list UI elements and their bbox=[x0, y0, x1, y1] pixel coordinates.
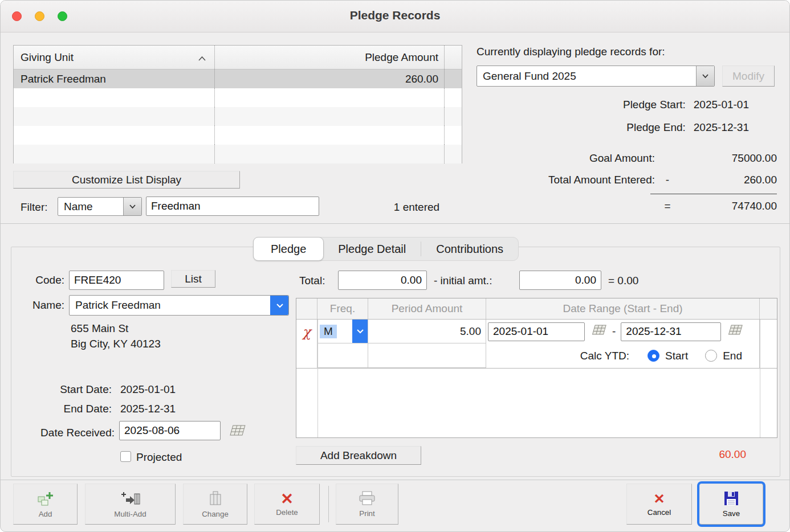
section-divider bbox=[1, 223, 789, 224]
calendar-icon[interactable] bbox=[227, 423, 247, 441]
entered-count: 1 entered bbox=[374, 201, 459, 214]
fund-select[interactable]: General Fund 2025 bbox=[477, 66, 715, 87]
tab-contributions[interactable]: Contributions bbox=[421, 238, 518, 260]
giving-row-empty bbox=[14, 126, 462, 145]
fund-heading: Currently displaying pledge records for: bbox=[477, 46, 665, 58]
calendar-icon[interactable] bbox=[590, 324, 607, 340]
filter-label: Filter: bbox=[21, 199, 48, 216]
calc-ytd-label: Calc YTD: bbox=[580, 350, 629, 362]
initial-amount-label: - initial amt.: bbox=[434, 272, 492, 289]
chevron-down-icon bbox=[270, 296, 288, 315]
pledge-start-label: Pledge Start: bbox=[623, 99, 686, 111]
period-amount-value[interactable]: 5.00 bbox=[368, 320, 486, 343]
multi-add-button[interactable]: Multi-Add bbox=[85, 484, 176, 525]
delete-button[interactable]: ✕ Delete bbox=[254, 484, 320, 525]
name-select-value: Patrick Freedman bbox=[70, 296, 270, 315]
giving-row-amount: 260.00 bbox=[214, 69, 444, 88]
name-label: Name: bbox=[18, 297, 64, 314]
delete-label: Delete bbox=[276, 508, 298, 517]
chevron-down-icon bbox=[123, 198, 141, 215]
breakdown-sum: 60.00 bbox=[666, 448, 746, 461]
titlebar: Pledge Records bbox=[1, 1, 789, 32]
tab-pledge[interactable]: Pledge bbox=[253, 237, 324, 261]
end-date-row: End Date: 2025-12-31 bbox=[18, 403, 223, 415]
total-entered-row: Total Amount Entered: - 260.00 bbox=[477, 174, 777, 186]
end-date-label: End Date: bbox=[18, 403, 112, 415]
modify-button[interactable]: Modify bbox=[722, 66, 775, 87]
cancel-x-icon: ✕ bbox=[653, 492, 665, 506]
freq-combo[interactable]: M bbox=[317, 320, 368, 343]
goal-amount-label: Goal Amount: bbox=[477, 152, 655, 165]
remaining-value: 74740.00 bbox=[680, 200, 777, 212]
save-button[interactable]: Save bbox=[699, 484, 763, 525]
equals-sign: = bbox=[655, 200, 680, 212]
giving-table-header: Giving Unit Pledge Amount bbox=[14, 46, 462, 69]
add-breakdown-button[interactable]: Add Breakdown bbox=[296, 446, 421, 465]
address-line1: 655 Main St bbox=[71, 321, 161, 336]
date-received-input[interactable] bbox=[119, 421, 221, 440]
add-button[interactable]: Add bbox=[13, 484, 78, 525]
calc-ytd-start-radio[interactable] bbox=[648, 350, 659, 362]
goal-amount-row: Goal Amount: 75000.00 bbox=[477, 152, 777, 165]
calendar-icon[interactable] bbox=[726, 324, 743, 340]
customize-list-display-button[interactable]: Customize List Display bbox=[13, 171, 240, 189]
calc-ytd-row: Calc YTD: Start End bbox=[486, 343, 760, 368]
sort-ascending-icon[interactable] bbox=[198, 51, 206, 64]
projected-checkbox[interactable] bbox=[120, 451, 131, 462]
giving-row-empty bbox=[14, 145, 462, 163]
range-end-input[interactable] bbox=[621, 322, 721, 341]
column-period-amount: Period Amount bbox=[368, 298, 486, 319]
change-button[interactable]: Change bbox=[183, 484, 247, 525]
row-delete-chi-icon[interactable]: χ bbox=[296, 320, 317, 368]
breakdown-table: Freq. Period Amount Date Range (Start - … bbox=[296, 298, 777, 438]
calc-ytd-end-radio[interactable] bbox=[705, 350, 717, 362]
end-date-value: 2025-12-31 bbox=[120, 403, 176, 415]
grid-line bbox=[317, 320, 318, 437]
window-title: Pledge Records bbox=[1, 9, 789, 22]
total-label: Total: bbox=[299, 272, 325, 289]
code-label: Code: bbox=[18, 272, 64, 289]
freq-value: M bbox=[320, 325, 337, 338]
change-icon bbox=[207, 490, 223, 508]
code-input[interactable] bbox=[69, 271, 164, 290]
giving-row-empty bbox=[14, 107, 462, 126]
filter-by-value: Name bbox=[58, 198, 123, 215]
cancel-button[interactable]: ✕ Cancel bbox=[626, 484, 692, 525]
grid-line bbox=[760, 320, 760, 437]
pledge-start-row: Pledge Start: 2025-01-01 bbox=[477, 99, 749, 111]
start-date-label: Start Date: bbox=[18, 383, 112, 396]
column-pledge-amount[interactable]: Pledge Amount bbox=[214, 46, 444, 69]
breakdown-header: Freq. Period Amount Date Range (Start - … bbox=[296, 298, 777, 320]
chevron-down-icon[interactable] bbox=[352, 320, 368, 343]
print-button[interactable]: Print bbox=[336, 484, 398, 525]
cancel-label: Cancel bbox=[648, 508, 671, 517]
range-dash: - bbox=[612, 325, 616, 338]
initial-amount-input[interactable] bbox=[519, 271, 601, 290]
floppy-disk-icon bbox=[724, 491, 739, 508]
date-received-label: Date Received: bbox=[12, 424, 115, 441]
start-date-value: 2025-01-01 bbox=[120, 383, 176, 396]
filter-text-input[interactable] bbox=[146, 197, 319, 216]
name-select[interactable]: Patrick Freedman bbox=[69, 295, 289, 316]
column-giving-unit[interactable]: Giving Unit bbox=[21, 51, 74, 64]
toolbar-divider bbox=[1, 480, 789, 480]
list-button[interactable]: List bbox=[171, 270, 215, 288]
giving-row-name: Patrick Freedman bbox=[14, 69, 214, 88]
scrollbar-gutter bbox=[444, 46, 462, 69]
tab-bar: Pledge Pledge Detail Contributions bbox=[253, 237, 519, 261]
subtotal-rule bbox=[650, 194, 777, 194]
calc-ytd-start-label[interactable]: Start bbox=[665, 350, 688, 362]
delete-x-icon: ✕ bbox=[280, 492, 294, 506]
total-input[interactable] bbox=[338, 271, 427, 290]
giving-row-selected[interactable]: Patrick Freedman 260.00 bbox=[14, 69, 462, 88]
change-label: Change bbox=[202, 510, 229, 518]
range-start-input[interactable] bbox=[488, 322, 585, 341]
tab-pledge-detail[interactable]: Pledge Detail bbox=[323, 238, 421, 260]
fund-select-value: General Fund 2025 bbox=[477, 66, 696, 86]
pledge-start-value: 2025-01-01 bbox=[694, 99, 749, 111]
filter-by-select[interactable]: Name bbox=[58, 197, 142, 216]
add-label: Add bbox=[39, 510, 52, 518]
date-range-cell: - bbox=[486, 320, 760, 343]
remaining-row: = 74740.00 bbox=[477, 200, 777, 212]
calc-ytd-end-label[interactable]: End bbox=[723, 350, 742, 362]
